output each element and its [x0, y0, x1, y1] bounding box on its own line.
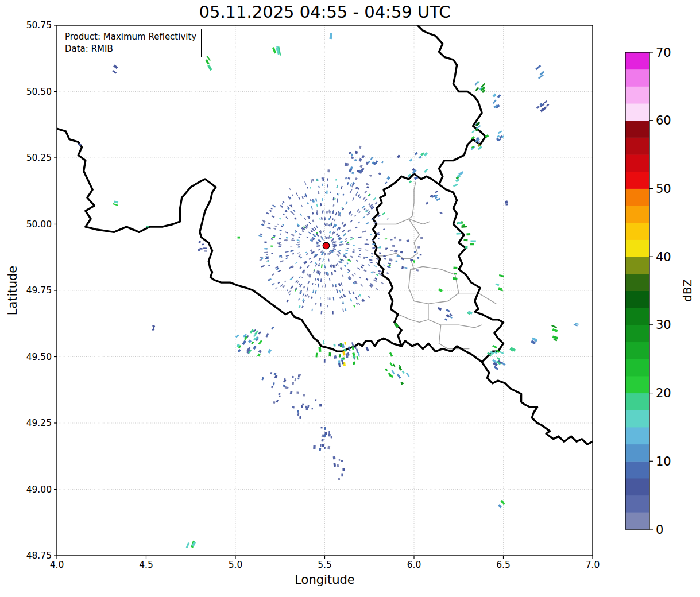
clutter-echo: [339, 297, 341, 298]
clutter-echo: [358, 236, 362, 238]
clutter-echo: [370, 234, 372, 235]
clutter-echo: [307, 202, 308, 204]
clutter-echo: [307, 187, 308, 189]
clutter-echo: [310, 187, 311, 188]
radar-echo: [322, 444, 324, 447]
colorbar-segment: [625, 188, 649, 206]
clutter-echo: [316, 204, 318, 207]
radar-echo: [353, 362, 355, 365]
clutter-echo: [364, 191, 367, 194]
radar-echo: [207, 64, 212, 71]
radar-echo: [351, 153, 353, 156]
colorbar-segment: [625, 86, 649, 103]
clutter-echo: [321, 264, 323, 268]
clutter-echo: [286, 255, 289, 257]
admin-border: [409, 182, 416, 219]
clutter-echo: [280, 205, 283, 208]
radar-echo: [406, 373, 410, 377]
clutter-echo: [386, 272, 389, 274]
clutter-echo: [367, 244, 369, 245]
radar-echo: [402, 370, 405, 374]
clutter-echo: [335, 264, 337, 266]
radar-echo: [327, 169, 330, 172]
radar-echo: [329, 33, 332, 39]
radar-echo: [414, 251, 416, 253]
colorbar-label: dBZ: [680, 279, 694, 302]
clutter-echo: [271, 253, 273, 254]
radar-echo: [319, 448, 321, 451]
colorbar-tick-label: 0: [656, 523, 663, 537]
radar-echo: [552, 336, 558, 340]
radar-echo: [200, 248, 203, 250]
radar-echo: [299, 416, 301, 419]
x-tick-label: 6.0: [407, 560, 421, 570]
radar-echo: [389, 259, 392, 262]
radar-echo: [466, 233, 470, 235]
clutter-echo: [285, 231, 288, 233]
clutter-echo: [279, 244, 282, 245]
clutter-echo: [312, 219, 314, 222]
clutter-echo: [327, 178, 328, 180]
radar-echo: [305, 406, 307, 408]
clutter-echo: [325, 192, 326, 193]
clutter-echo: [371, 256, 373, 257]
y-axis-label: Latitude: [6, 266, 20, 315]
clutter-echo: [368, 203, 370, 206]
clutter-echo: [358, 211, 361, 214]
colorbar-segment: [625, 206, 649, 223]
radar-echo: [303, 394, 305, 397]
radar-echo: [478, 146, 482, 150]
clutter-echo: [268, 265, 270, 266]
radar-echo: [413, 260, 415, 263]
clutter-echo: [363, 269, 367, 272]
clutter-echo: [378, 238, 380, 239]
radar-echo: [497, 94, 501, 98]
clutter-echo: [318, 249, 321, 251]
radar-echo: [389, 352, 393, 357]
clutter-echo: [315, 303, 316, 305]
clutter-echo: [307, 265, 310, 268]
clutter-echo: [283, 214, 285, 215]
radar-echo: [419, 156, 422, 159]
radar-echo: [274, 375, 278, 378]
clutter-echo: [283, 201, 285, 203]
admin-border: [398, 304, 428, 322]
y-tick-label: 50.50: [26, 87, 52, 97]
radar-echo: [420, 254, 422, 255]
clutter-echo: [383, 265, 385, 266]
radar-echo: [341, 460, 343, 462]
radar-echo: [292, 376, 294, 378]
radar-echo: [327, 446, 330, 449]
clutter-echo: [303, 195, 305, 197]
radar-echo: [446, 309, 450, 312]
radar-echo: [328, 352, 331, 356]
clutter-echo: [390, 239, 393, 241]
clutter-echo: [320, 311, 322, 314]
radar-echo: [324, 359, 326, 363]
radar-echo: [297, 378, 299, 380]
radar-echo: [404, 267, 407, 269]
clutter-echo: [372, 240, 374, 241]
clutter-echo: [328, 297, 329, 300]
radar-echo: [396, 260, 398, 262]
colorbar-segment: [625, 308, 649, 325]
radar-echo: [492, 99, 496, 104]
radar-echo: [302, 404, 304, 406]
clutter-echo: [320, 303, 322, 307]
clutter-echo: [340, 241, 343, 243]
colorbar-segment: [625, 223, 649, 240]
clutter-echo: [301, 277, 303, 278]
clutter-echo: [280, 230, 282, 231]
clutter-echo: [277, 282, 280, 284]
clutter-echo: [322, 177, 323, 179]
clutter-echo: [288, 290, 291, 293]
colorbar-segment: [625, 410, 649, 427]
y-axis-ticks: 48.7549.0049.2549.5049.7550.0050.2550.50…: [26, 20, 57, 561]
radar-map-plot: 4.04.55.05.56.06.57.0 48.7549.0049.2549.…: [0, 0, 700, 597]
radar-echo: [152, 328, 154, 331]
clutter-echo: [273, 235, 276, 237]
radar-echo: [505, 200, 508, 203]
colorbar-tick-label: 60: [656, 114, 671, 127]
clutter-echo: [271, 238, 273, 240]
radar-echo: [238, 349, 241, 352]
